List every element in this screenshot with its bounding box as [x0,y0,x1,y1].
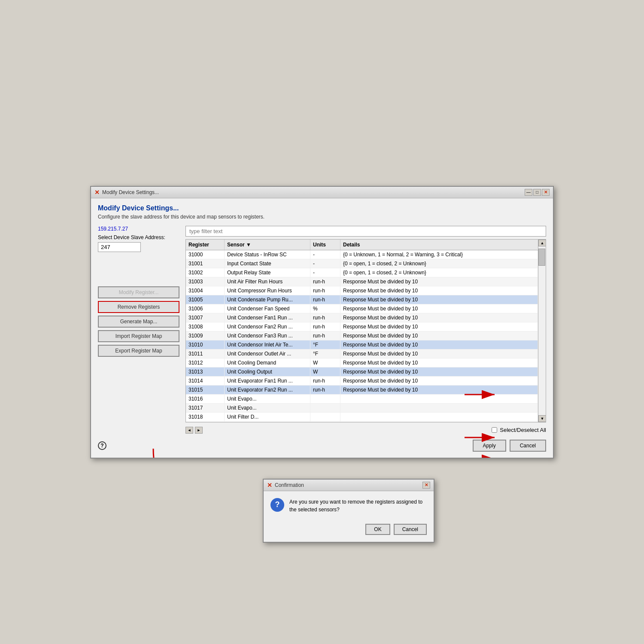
dialog-title-left: ✕ Confirmation [267,482,304,489]
dialog-icon-title: ✕ [267,482,272,489]
main-window: ✕ Modify Device Settings... — □ ✕ Modify… [90,186,554,459]
dialog-overlay: ✕ Confirmation ✕ ? Are you sure you want… [91,187,553,458]
dialog-cancel-button[interactable]: Cancel [394,524,427,535]
dialog-title-text: Confirmation [275,482,304,488]
dialog-content: ? Are you sure you want to remove the re… [264,491,434,520]
confirmation-dialog: ✕ Confirmation ✕ ? Are you sure you want… [263,479,434,543]
dialog-title-bar: ✕ Confirmation ✕ [264,480,434,491]
outer-wrapper: ✕ Modify Device Settings... — □ ✕ Modify… [0,0,644,644]
dialog-message: Are you sure you want to remove the regi… [289,498,427,513]
dialog-question-icon: ? [270,498,284,512]
dialog-close-button[interactable]: ✕ [422,482,430,489]
dialog-ok-button[interactable]: OK [365,524,390,535]
dialog-buttons: OK Cancel [264,520,434,542]
